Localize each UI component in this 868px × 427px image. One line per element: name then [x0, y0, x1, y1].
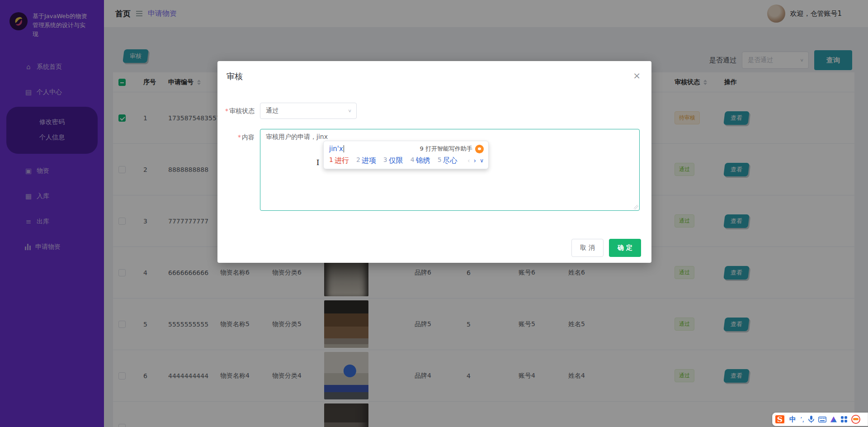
- audit-dialog: 审核 × *审核状态 通过 ∨ *内容 审核用户的申请，jinx I jin'x…: [217, 61, 651, 263]
- text-cursor-icon: I: [315, 159, 321, 166]
- ime-composition: jin'x: [329, 145, 343, 153]
- ime-candidate-window: jin'x 9 打开智能写作助手 1进行2进项3仅限4锦绣5尽心 ‹ › ∨: [323, 141, 489, 169]
- confirm-button[interactable]: 确 定: [609, 239, 641, 257]
- ime-assistant-hint[interactable]: 9 打开智能写作助手: [420, 145, 484, 153]
- ime-candidate[interactable]: 3仅限: [383, 156, 403, 166]
- expand-icon[interactable]: ∨: [480, 157, 484, 164]
- skin-theme-icon[interactable]: [830, 417, 837, 422]
- keyboard-icon[interactable]: [818, 417, 826, 422]
- writing-assistant-icon[interactable]: [475, 145, 484, 153]
- cancel-button[interactable]: 取 消: [571, 239, 604, 257]
- close-icon[interactable]: ×: [633, 71, 641, 80]
- next-page-icon[interactable]: ›: [474, 157, 476, 164]
- required-asterisk: *: [225, 107, 228, 114]
- ime-candidate[interactable]: 1进行: [329, 156, 349, 166]
- ime-candidate[interactable]: 2进项: [356, 156, 376, 166]
- sogou-logo-icon[interactable]: S: [774, 414, 785, 424]
- required-asterisk: *: [238, 133, 241, 141]
- ime-candidate[interactable]: 4锦绣: [410, 156, 430, 166]
- content-text: 审核用户的申请，jinx: [266, 133, 328, 140]
- ime-candidate-list: 1进行2进项3仅限4锦绣5尽心 ‹ › ∨: [329, 154, 484, 167]
- punctuation-icon[interactable]: ’,: [800, 416, 804, 423]
- dialog-title: 审核: [226, 71, 243, 82]
- chinese-mode-icon[interactable]: 中: [789, 416, 796, 423]
- content-field-label: *内容: [217, 129, 260, 211]
- audit-status-select[interactable]: 通过 ∨: [260, 103, 357, 119]
- microphone-icon[interactable]: [808, 416, 814, 423]
- sogou-ime-toolbar: S 中 ’,: [772, 413, 868, 426]
- ime-candidate[interactable]: 5尽心: [438, 156, 458, 166]
- audit-status-value: 通过: [266, 107, 348, 115]
- ime-caret: [344, 145, 344, 152]
- toolbox-icon[interactable]: [841, 416, 847, 422]
- emoji-assistant-icon[interactable]: [851, 415, 860, 424]
- resize-handle-icon[interactable]: [634, 205, 638, 209]
- chevron-down-icon: ∨: [348, 108, 352, 113]
- prev-page-icon[interactable]: ‹: [467, 157, 470, 164]
- status-field-label: *审核状态: [217, 103, 260, 119]
